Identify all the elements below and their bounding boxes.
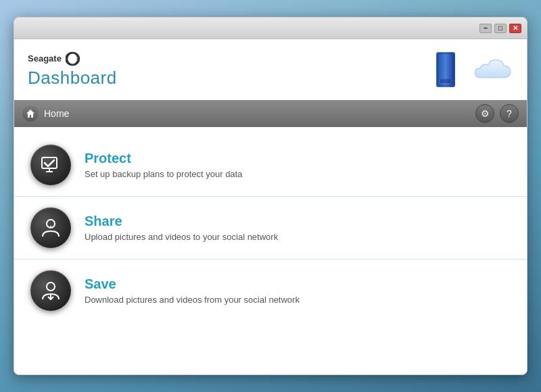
nav-bar: Home ⚙ ? — [14, 100, 527, 127]
protect-icon — [30, 145, 71, 185]
help-button[interactable]: ? — [500, 104, 519, 123]
cloud-icon — [466, 55, 513, 85]
logo-top: Seagate — [28, 51, 117, 66]
hdd-svg — [436, 52, 455, 87]
save-menu-item[interactable]: Save Download pictures and videos from y… — [14, 260, 527, 322]
title-bar: – □ ✕ — [14, 18, 527, 39]
protect-text: Protect Set up backup plans to protect y… — [85, 151, 511, 179]
share-description: Upload pictures and videos to your socia… — [85, 232, 511, 242]
close-button[interactable]: ✕ — [509, 24, 521, 33]
nav-home-label: Home — [44, 108, 69, 119]
protect-description: Set up backup plans to protect your data — [85, 169, 511, 179]
app-title: Dashboard — [28, 68, 117, 89]
share-icon — [30, 207, 71, 248]
header-device-icons — [436, 52, 513, 87]
window-controls: – □ ✕ — [479, 24, 521, 33]
svg-rect-3 — [440, 79, 451, 83]
protect-menu-item[interactable]: Protect Set up backup plans to protect y… — [14, 134, 527, 197]
save-svg — [39, 279, 62, 302]
minimize-button[interactable]: – — [479, 24, 492, 33]
protect-title: Protect — [85, 151, 511, 166]
brand-name: Seagate — [28, 53, 62, 64]
nav-left: Home — [22, 105, 69, 122]
logo-area: Seagate Dashboard — [28, 51, 117, 89]
save-icon — [30, 270, 71, 311]
content-area: Protect Set up backup plans to protect y… — [14, 127, 527, 374]
home-svg — [26, 109, 35, 118]
share-title: Share — [85, 214, 511, 229]
seagate-logo-icon — [66, 51, 80, 66]
share-menu-item[interactable]: Share Upload pictures and videos to your… — [14, 197, 527, 260]
save-title: Save — [85, 276, 511, 292]
share-svg — [39, 216, 62, 239]
svg-point-1 — [76, 57, 78, 59]
maximize-button[interactable]: □ — [494, 24, 507, 33]
hdd-device-icon — [436, 52, 455, 87]
share-text: Share Upload pictures and videos to your… — [85, 214, 511, 242]
header: Seagate Dashboard — [14, 39, 527, 100]
settings-button[interactable]: ⚙ — [475, 104, 494, 123]
home-icon[interactable] — [22, 105, 39, 122]
nav-right: ⚙ ? — [475, 104, 519, 123]
save-description: Download pictures and videos from your s… — [85, 295, 511, 305]
protect-svg — [39, 153, 62, 176]
save-text: Save Download pictures and videos from y… — [85, 276, 511, 305]
svg-marker-4 — [26, 109, 34, 118]
main-window: – □ ✕ Seagate Dashboard — [14, 17, 527, 375]
svg-point-10 — [47, 283, 55, 291]
